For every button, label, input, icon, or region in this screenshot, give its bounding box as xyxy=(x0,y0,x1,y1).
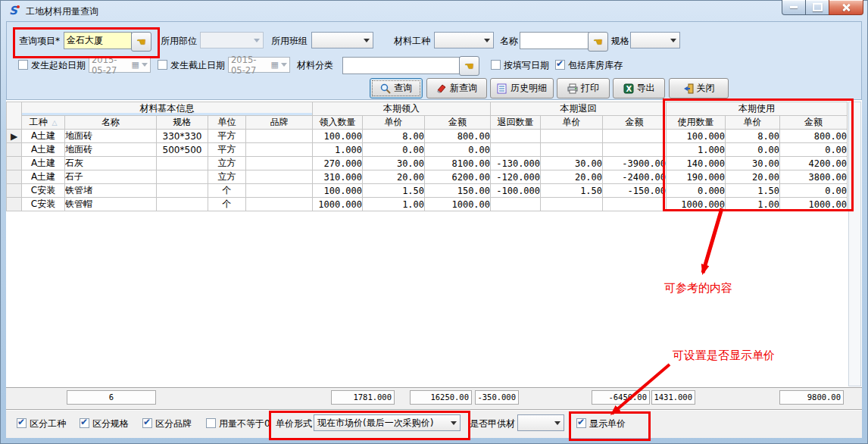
by-fill-date-checkbox[interactable] xyxy=(491,60,501,70)
table-cell[interactable] xyxy=(157,198,208,211)
table-cell[interactable]: 30.00 xyxy=(363,157,425,170)
row-selector-cell[interactable] xyxy=(7,157,22,170)
column-header[interactable]: 规格 xyxy=(157,116,208,130)
start-date-checkbox[interactable] xyxy=(18,60,28,70)
column-group-header[interactable]: 本期使用 xyxy=(667,102,848,116)
table-cell[interactable] xyxy=(491,143,541,157)
supplied-select[interactable] xyxy=(517,414,564,431)
row-selector-cell[interactable] xyxy=(7,170,22,184)
show-price-checkbox[interactable] xyxy=(576,418,586,428)
print-button[interactable]: 打印 xyxy=(557,78,610,98)
table-cell[interactable]: 30.00 xyxy=(726,157,780,170)
table-cell[interactable] xyxy=(246,184,313,198)
column-group-header[interactable]: 本期领入 xyxy=(313,102,491,116)
table-cell[interactable]: -150.00 xyxy=(603,184,667,198)
table-cell[interactable]: A土建 xyxy=(22,157,65,170)
table-cell[interactable] xyxy=(603,143,667,157)
table-cell[interactable]: 8100.00 xyxy=(425,157,491,170)
column-header[interactable]: 金额 xyxy=(425,116,491,130)
split-trade-checkbox[interactable] xyxy=(17,418,27,428)
table-cell[interactable]: 个 xyxy=(208,184,246,198)
close-window-button[interactable]: 关闭 xyxy=(669,78,729,98)
table-cell[interactable]: 3800.00 xyxy=(780,170,848,184)
table-cell[interactable] xyxy=(491,130,541,143)
column-header[interactable]: 工种△ xyxy=(22,116,65,130)
split-spec-checkbox[interactable] xyxy=(80,418,89,428)
table-cell[interactable]: 100.000 xyxy=(313,184,363,198)
table-cell[interactable]: 1.50 xyxy=(363,184,425,198)
new-query-button[interactable]: 新查询 xyxy=(426,78,487,98)
table-cell[interactable]: 立方 xyxy=(208,157,246,170)
table-cell[interactable]: 0.00 xyxy=(780,143,848,157)
column-header[interactable]: 名称 xyxy=(65,116,157,130)
table-cell[interactable]: A土建 xyxy=(22,130,65,143)
table-cell[interactable]: 270.000 xyxy=(313,157,363,170)
column-header[interactable]: 品牌 xyxy=(246,116,313,130)
price-mode-select[interactable]: 现在市场价(最后一次采购价) xyxy=(314,414,461,431)
nonzero-checkbox[interactable] xyxy=(206,418,216,428)
export-button[interactable]: X 导出 xyxy=(613,78,665,98)
start-date-field[interactable]: 2015-05-27▦ xyxy=(89,57,151,73)
table-cell[interactable]: 140.000 xyxy=(667,157,726,170)
table-cell[interactable]: 地面砖 xyxy=(65,143,157,157)
column-header[interactable]: 单位 xyxy=(208,116,246,130)
table-cell[interactable]: 铁管堵 xyxy=(65,184,157,198)
table-cell[interactable]: 100.000 xyxy=(313,130,363,143)
table-cell[interactable]: 800.00 xyxy=(780,130,848,143)
table-cell[interactable]: C安装 xyxy=(22,184,65,198)
table-cell[interactable]: -120.000 xyxy=(491,170,541,184)
table-cell[interactable] xyxy=(246,170,313,184)
table-cell[interactable]: 1000.000 xyxy=(313,198,363,211)
column-header[interactable]: 单价 xyxy=(541,116,603,130)
table-cell[interactable]: 8.00 xyxy=(726,130,780,143)
part-select[interactable] xyxy=(200,32,264,48)
column-header[interactable]: 金额 xyxy=(603,116,667,130)
table-cell[interactable]: 1000.00 xyxy=(780,198,848,211)
table-cell[interactable]: 6200.00 xyxy=(425,170,491,184)
split-brand-checkbox[interactable] xyxy=(142,418,152,428)
column-header[interactable]: 使用数量 xyxy=(667,116,726,130)
table-cell[interactable] xyxy=(541,130,603,143)
table-cell[interactable] xyxy=(246,130,313,143)
table-cell[interactable]: 500*500 xyxy=(157,143,208,157)
table-cell[interactable] xyxy=(246,198,313,211)
table-cell[interactable] xyxy=(246,157,313,170)
table-cell[interactable] xyxy=(603,198,667,211)
table-cell[interactable]: 1.00 xyxy=(726,198,780,211)
column-header[interactable]: 领入数量 xyxy=(313,116,363,130)
column-header[interactable]: 金额 xyxy=(780,116,848,130)
row-selector-header[interactable] xyxy=(7,102,22,130)
table-cell[interactable] xyxy=(246,143,313,157)
history-detail-button[interactable]: 历史明细 xyxy=(490,78,554,98)
table-cell[interactable] xyxy=(491,198,541,211)
table-cell[interactable]: 1.000 xyxy=(667,143,726,157)
table-cell[interactable]: 个 xyxy=(208,198,246,211)
table-cell[interactable]: 地面砖 xyxy=(65,130,157,143)
column-group-header[interactable]: 材料基本信息 xyxy=(22,102,313,116)
table-cell[interactable]: 0.00 xyxy=(780,184,848,198)
table-cell[interactable]: 平方 xyxy=(208,130,246,143)
table-cell[interactable]: 0.00 xyxy=(363,143,425,157)
query-button[interactable]: 查询 xyxy=(370,78,423,98)
table-cell[interactable]: 20.00 xyxy=(363,170,425,184)
end-date-checkbox[interactable] xyxy=(158,60,167,70)
table-cell[interactable]: 1.00 xyxy=(363,198,425,211)
table-cell[interactable]: A土建 xyxy=(22,143,65,157)
table-cell[interactable]: 1.50 xyxy=(726,184,780,198)
table-cell[interactable]: 1.000 xyxy=(313,143,363,157)
table-cell[interactable]: 平方 xyxy=(208,143,246,157)
row-selector-cell[interactable] xyxy=(7,184,22,198)
row-selector-cell[interactable] xyxy=(7,143,22,157)
table-cell[interactable] xyxy=(541,198,603,211)
column-group-header[interactable]: 本期退回 xyxy=(491,102,667,116)
table-cell[interactable]: 立方 xyxy=(208,170,246,184)
close-button[interactable] xyxy=(829,0,863,15)
table-cell[interactable]: 8.00 xyxy=(363,130,425,143)
table-cell[interactable]: 190.000 xyxy=(667,170,726,184)
table-cell[interactable]: 0.00 xyxy=(425,143,491,157)
table-cell[interactable] xyxy=(541,143,603,157)
category-input[interactable] xyxy=(342,57,460,74)
column-header[interactable]: 单价 xyxy=(726,116,780,130)
table-cell[interactable]: 150.00 xyxy=(425,184,491,198)
table-cell[interactable]: 30.00 xyxy=(541,157,603,170)
